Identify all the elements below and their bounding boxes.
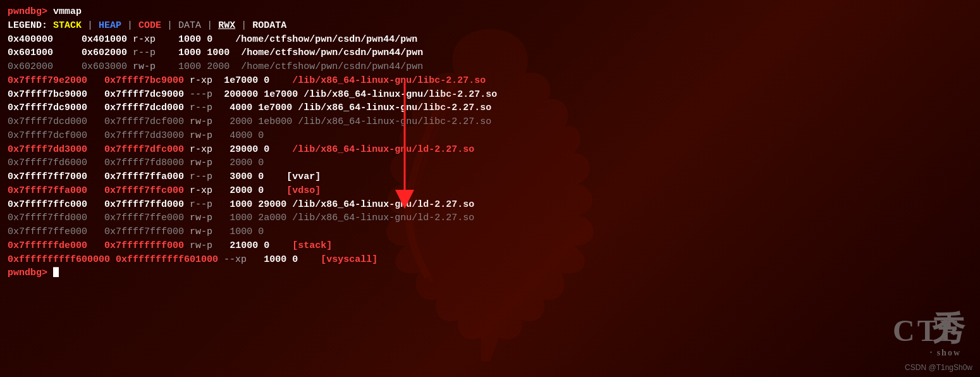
legend-code: CODE: [138, 20, 161, 31]
table-row: 0x7ffff79e2000 0x7ffff7bc9000 r-xp 1e700…: [8, 74, 972, 88]
command-line: pwndbg> vmmap: [8, 5, 972, 19]
legend-data: DATA: [178, 20, 201, 31]
table-row: 0x601000 0x602000 r--p 1000 1000 /home/c…: [8, 46, 972, 60]
sep2: |: [121, 20, 138, 31]
table-row: 0x7ffff7ffe000 0x7ffff7fff000 rw-p 1000 …: [8, 225, 972, 239]
sep5: |: [235, 20, 252, 31]
table-row: 0x400000 0x401000 r-xp 1000 0 /home/ctfs…: [8, 33, 972, 47]
table-row: 0x7ffffffde000 0x7ffffffff000 rw-p 21000…: [8, 239, 972, 253]
legend-line: LEGEND: STACK | HEAP | CODE | DATA | RWX…: [8, 19, 972, 33]
prompt-2: pwndbg>: [8, 268, 47, 278]
table-row: 0x7ffff7fd6000 0x7ffff7fd8000 rw-p 2000 …: [8, 156, 972, 170]
table-row: 0x7ffff7dcf000 0x7ffff7dd3000 rw-p 4000 …: [8, 129, 972, 143]
sep4: |: [201, 20, 218, 31]
command-text: vmmap: [47, 6, 82, 17]
table-row: 0x7ffff7dcd000 0x7ffff7dcf000 rw-p 2000 …: [8, 115, 972, 129]
cursor[interactable]: █: [47, 268, 59, 278]
csdn-credit: CSDN @T1ngSh0w: [905, 363, 972, 372]
kanji-character: 秀: [932, 307, 967, 351]
legend-stack: STACK: [53, 20, 82, 31]
table-row: 0x602000 0x603000 rw-p 1000 2000 /home/c…: [8, 60, 972, 74]
table-row: 0x7ffff7ffd000 0x7ffff7ffe000 rw-p 1000 …: [8, 211, 972, 225]
sep1: |: [82, 20, 99, 31]
ctf-logo: CTF 秀 · show: [893, 313, 961, 358]
sep3: |: [161, 20, 178, 31]
table-row: 0x7ffff7ffc000 0x7ffff7ffd000 r--p 1000 …: [8, 198, 972, 212]
table-row: 0x7ffff7ff7000 0x7ffff7ffa000 r--p 3000 …: [8, 170, 972, 184]
table-row: 0xffffffffff600000 0xffffffffff601000 --…: [8, 253, 972, 267]
legend-prefix: LEGEND:: [8, 20, 53, 31]
legend-heap: HEAP: [99, 20, 121, 31]
table-row: 0x7ffff7dc9000 0x7ffff7dcd000 r--p 4000 …: [8, 101, 972, 115]
prompt-line-2: pwndbg> █: [8, 266, 972, 280]
legend-rwx: RWX: [218, 20, 235, 31]
terminal-window: CTF 秀 · show pwndbg> vmmap LEGEND: STACK…: [0, 0, 980, 377]
table-row: 0x7ffff7ffa000 0x7ffff7ffc000 r-xp 2000 …: [8, 184, 972, 198]
table-row: 0x7ffff7dd3000 0x7ffff7dfc000 r-xp 29000…: [8, 143, 972, 157]
prompt-1: pwndbg>: [8, 6, 47, 17]
legend-rodata: RODATA: [252, 20, 286, 31]
table-row: 0x7ffff7bc9000 0x7ffff7dc9000 ---p 20000…: [8, 88, 972, 102]
